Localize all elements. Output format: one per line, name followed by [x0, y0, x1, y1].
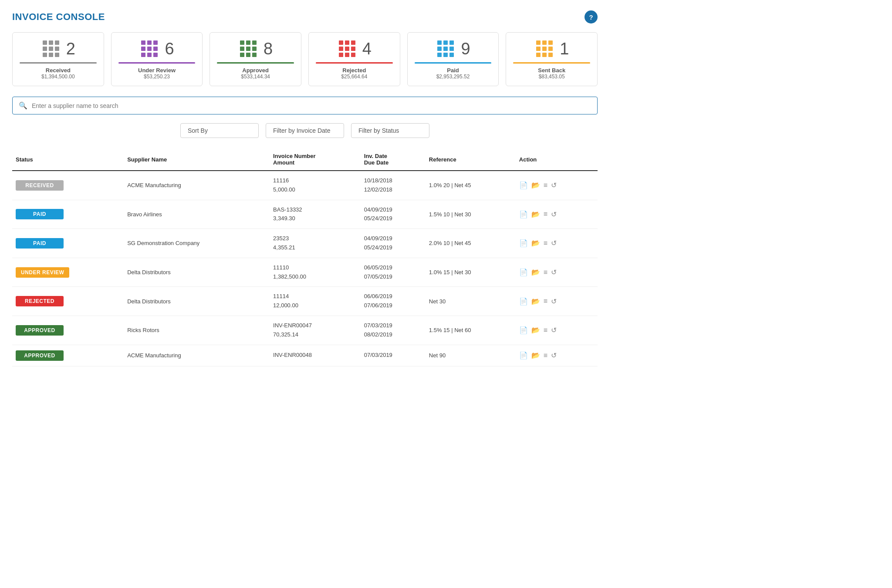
action-list-icon-6[interactable]: ≡ [544, 352, 547, 360]
svg-rect-33 [339, 53, 343, 57]
table-row: RECEIVED ACME Manufacturing 111165,000.0… [12, 171, 598, 200]
stat-divider-approved [217, 62, 294, 64]
action-folder-icon-3[interactable]: 📂 [531, 268, 540, 276]
svg-rect-3 [43, 47, 47, 51]
stat-label-approved: Approved [242, 67, 269, 74]
action-folder-icon-1[interactable]: 📂 [531, 210, 540, 218]
cell-supplier-0: ACME Manufacturing [124, 171, 270, 200]
cell-reference-0: 1.0% 20 | Net 45 [426, 171, 516, 200]
action-list-icon-4[interactable]: ≡ [544, 297, 547, 305]
svg-rect-53 [548, 53, 553, 57]
action-icons-4: 📄 📂 ≡ ↺ [519, 297, 594, 306]
action-folder-icon-2[interactable]: 📂 [531, 239, 540, 247]
search-bar: 🔍 [12, 97, 598, 114]
svg-rect-49 [542, 47, 547, 51]
cell-reference-5: 1.5% 15 | Net 60 [426, 316, 516, 345]
stat-card-approved[interactable]: 8 Approved $533,144.34 [209, 32, 301, 86]
action-doc-icon-4[interactable]: 📄 [519, 297, 528, 306]
svg-rect-36 [437, 40, 442, 45]
cell-status-5: APPROVED [12, 316, 124, 345]
svg-rect-6 [43, 53, 47, 57]
action-folder-icon-5[interactable]: 📂 [531, 326, 540, 334]
svg-rect-20 [252, 40, 257, 45]
stat-icon-approved [238, 39, 258, 59]
cell-actions-0: 📄 📂 ≡ ↺ [516, 171, 598, 200]
stat-label-under-review: Under Review [138, 67, 176, 74]
action-folder-icon-4[interactable]: 📂 [531, 297, 540, 306]
action-list-icon-2[interactable]: ≡ [544, 239, 547, 247]
action-doc-icon-0[interactable]: 📄 [519, 181, 528, 189]
action-doc-icon-1[interactable]: 📄 [519, 210, 528, 218]
col-reference: Reference [426, 148, 516, 171]
svg-rect-0 [43, 40, 47, 45]
action-doc-icon-2[interactable]: 📄 [519, 239, 528, 247]
stat-count-rejected: 4 [362, 40, 372, 57]
table-row: UNDER REVIEW Delta Distributors 111101,3… [12, 258, 598, 287]
action-edit-icon-3[interactable]: ↺ [551, 268, 557, 276]
action-edit-icon-0[interactable]: ↺ [551, 181, 557, 189]
svg-rect-10 [147, 40, 152, 45]
svg-rect-35 [351, 53, 355, 57]
cell-status-2: PAID [12, 229, 124, 258]
action-doc-icon-3[interactable]: 📄 [519, 268, 528, 276]
sort-by-select[interactable]: Sort By [180, 123, 259, 138]
svg-rect-1 [49, 40, 53, 45]
action-edit-icon-4[interactable]: ↺ [551, 297, 557, 306]
action-edit-icon-6[interactable]: ↺ [551, 351, 557, 360]
col-action: Action [516, 148, 598, 171]
svg-rect-26 [252, 53, 257, 57]
filter-status-select[interactable]: Filter by Status [351, 123, 429, 138]
help-button[interactable]: ? [585, 10, 598, 24]
action-doc-icon-6[interactable]: 📄 [519, 351, 528, 360]
svg-rect-5 [55, 47, 59, 51]
stat-icon-sent-back [534, 39, 554, 59]
col-invoice: Invoice NumberAmount [270, 148, 361, 171]
action-edit-icon-2[interactable]: ↺ [551, 239, 557, 247]
stat-label-rejected: Rejected [342, 67, 366, 74]
stat-amount-rejected: $25,664.64 [341, 74, 367, 80]
stat-count-under-review: 6 [165, 40, 174, 57]
action-doc-icon-5[interactable]: 📄 [519, 326, 528, 334]
cell-status-0: RECEIVED [12, 171, 124, 200]
table-row: APPROVED Ricks Rotors INV-ENR0004770,325… [12, 316, 598, 345]
cell-dates-3: 06/05/201907/05/2019 [361, 258, 426, 287]
stat-top: 2 [41, 39, 75, 59]
stat-card-sent-back[interactable]: 1 Sent Back $83,453.05 [506, 32, 598, 86]
stat-card-received[interactable]: 2 Received $1,394,500.00 [12, 32, 104, 86]
stat-card-rejected[interactable]: 4 Rejected $25,664.64 [308, 32, 400, 86]
stat-card-under-review[interactable]: 6 Under Review $53,250.23 [111, 32, 203, 86]
stat-top: 1 [534, 39, 569, 59]
action-folder-icon-6[interactable]: 📂 [531, 351, 540, 360]
svg-rect-39 [437, 47, 442, 51]
table-row: APPROVED ACME Manufacturing INV-ENR00048… [12, 345, 598, 366]
status-badge-0: RECEIVED [16, 180, 64, 191]
action-list-icon-1[interactable]: ≡ [544, 210, 547, 218]
stat-icon-under-review [139, 39, 159, 59]
action-list-icon-5[interactable]: ≡ [544, 326, 547, 334]
cell-dates-2: 04/09/201905/24/2019 [361, 229, 426, 258]
stat-divider-received [20, 62, 97, 64]
page-header: INVOICE CONSOLE ? [12, 10, 598, 24]
action-edit-icon-1[interactable]: ↺ [551, 210, 557, 218]
action-folder-icon-0[interactable]: 📂 [531, 181, 540, 189]
action-edit-icon-5[interactable]: ↺ [551, 326, 557, 334]
action-list-icon-0[interactable]: ≡ [544, 181, 547, 189]
svg-rect-2 [55, 40, 59, 45]
svg-rect-31 [345, 47, 349, 51]
status-badge-1: PAID [16, 209, 64, 219]
stat-card-paid[interactable]: 9 Paid $2,953,295.52 [407, 32, 499, 86]
cell-supplier-2: SG Demonstration Company [124, 229, 270, 258]
svg-rect-17 [153, 53, 158, 57]
cell-reference-2: 2.0% 10 | Net 45 [426, 229, 516, 258]
search-input[interactable] [32, 102, 591, 109]
svg-rect-14 [153, 47, 158, 51]
svg-rect-34 [345, 53, 349, 57]
action-icons-3: 📄 📂 ≡ ↺ [519, 268, 594, 276]
svg-rect-48 [536, 47, 541, 51]
action-icons-6: 📄 📂 ≡ ↺ [519, 351, 594, 360]
filter-date-select[interactable]: Filter by Invoice Date [266, 123, 344, 138]
action-list-icon-3[interactable]: ≡ [544, 269, 547, 276]
stat-divider-rejected [316, 62, 393, 64]
svg-rect-41 [449, 47, 454, 51]
table-row: PAID Bravo Airlines BAS-133323,349.30 04… [12, 200, 598, 229]
